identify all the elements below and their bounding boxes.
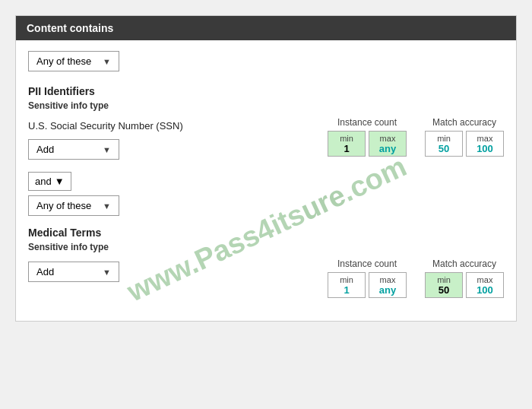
pii-instance-count-label: Instance count (337, 117, 397, 128)
pii-instance-min-label: min (340, 134, 353, 143)
any-of-these-middle-dropdown[interactable]: Any of these ▼ (28, 195, 119, 216)
medical-instance-max-box[interactable]: max any (369, 272, 407, 298)
medical-instance-min-box[interactable]: min 1 (328, 272, 366, 298)
medical-sensitive-info-label: Sensitive info type (28, 242, 504, 252)
medical-add-label: Add (36, 266, 54, 277)
pii-match-min-value: 50 (439, 143, 449, 154)
pii-right-cols: Instance count min 1 max any (328, 117, 504, 157)
medical-instance-input-pair: min 1 max any (328, 272, 407, 298)
medical-terms-section: Medical Terms Sensitive info type Add ▼ … (28, 227, 504, 298)
medical-left-col: Add ▼ (28, 258, 321, 282)
medical-right-cols: Instance count min 1 max any (328, 258, 504, 298)
pii-left-col: U.S. Social Security Number (SSN) Add ▼ (28, 117, 321, 160)
pii-instance-count-group: Instance count min 1 max any (328, 117, 407, 157)
medical-add-dropdown-wrapper: Add ▼ (28, 262, 321, 282)
and-label: and (35, 176, 52, 187)
pii-add-dropdown-wrapper: Add ▼ (28, 139, 321, 160)
panel-title: Content contains (27, 22, 113, 34)
medical-match-max-value: 100 (477, 284, 493, 296)
any-of-these-middle-arrow: ▼ (103, 201, 111, 211)
pii-match-accuracy-label: Match accuracy (432, 117, 496, 128)
pii-instance-min-box[interactable]: min 1 (328, 131, 366, 157)
pii-identifiers-title: PII Identifiers (28, 85, 504, 97)
medical-instance-min-label: min (340, 275, 353, 284)
pii-match-max-label: max (477, 134, 493, 143)
pii-instance-input-pair: min 1 max any (328, 131, 407, 157)
medical-match-min-box[interactable]: min 50 (425, 272, 463, 298)
pii-instance-min-value: 1 (344, 143, 349, 154)
pii-match-max-box[interactable]: max 100 (466, 131, 504, 157)
content-contains-panel: Content contains Any of these ▼ PII Iden… (15, 15, 517, 322)
any-of-these-top-label: Any of these (36, 55, 91, 67)
medical-instance-count-label: Instance count (337, 258, 397, 269)
medical-match-max-label: max (477, 275, 493, 284)
pii-match-max-value: 100 (477, 143, 493, 154)
pii-instance-max-box[interactable]: max any (369, 131, 407, 157)
medical-match-max-box[interactable]: max 100 (466, 272, 504, 298)
medical-instance-max-label: max (380, 275, 396, 284)
medical-match-min-label: min (437, 275, 451, 284)
any-of-these-middle-label: Any of these (36, 200, 91, 211)
medical-instance-max-value: any (379, 284, 396, 296)
middle-dropdown-wrapper: Any of these ▼ (28, 195, 504, 216)
pii-add-label: Add (36, 144, 54, 155)
medical-add-arrow: ▼ (103, 268, 111, 277)
pii-match-input-pair: min 50 max 100 (425, 131, 504, 157)
pii-sensitive-info-label: Sensitive info type (28, 100, 504, 111)
pii-instance-max-label: max (380, 134, 396, 143)
panel-header: Content contains (16, 16, 516, 40)
medical-match-accuracy-label: Match accuracy (432, 258, 496, 269)
medical-instance-min-value: 1 (344, 284, 349, 296)
any-of-these-top-arrow: ▼ (103, 57, 111, 66)
medical-match-accuracy-group: Match accuracy min 50 max 100 (425, 258, 504, 298)
and-arrow: ▼ (55, 176, 65, 187)
pii-add-arrow: ▼ (103, 145, 111, 154)
medical-columns-area: Add ▼ Instance count min 1 (28, 258, 504, 298)
medical-instance-count-group: Instance count min 1 max any (328, 258, 407, 298)
medical-match-input-pair: min 50 max 100 (425, 272, 504, 298)
and-divider-row: and ▼ (28, 172, 504, 191)
pii-identifiers-section: PII Identifiers Sensitive info type U.S.… (28, 85, 504, 160)
medical-match-min-value: 50 (439, 284, 449, 296)
pii-match-min-label: min (437, 134, 451, 143)
pii-match-min-box[interactable]: min 50 (425, 131, 463, 157)
ssn-label: U.S. Social Security Number (SSN) (28, 117, 321, 132)
pii-columns-area: U.S. Social Security Number (SSN) Add ▼ … (28, 117, 504, 160)
panel-body: Any of these ▼ PII Identifiers Sensitive… (16, 40, 516, 321)
pii-add-dropdown[interactable]: Add ▼ (28, 139, 119, 160)
medical-terms-title: Medical Terms (28, 227, 504, 239)
medical-add-dropdown[interactable]: Add ▼ (28, 262, 119, 282)
and-dropdown[interactable]: and ▼ (28, 172, 71, 191)
pii-instance-max-value: any (379, 143, 396, 154)
pii-match-accuracy-group: Match accuracy min 50 max 100 (425, 117, 504, 157)
top-dropdown-wrapper: Any of these ▼ (28, 51, 504, 71)
any-of-these-top-dropdown[interactable]: Any of these ▼ (28, 51, 119, 71)
